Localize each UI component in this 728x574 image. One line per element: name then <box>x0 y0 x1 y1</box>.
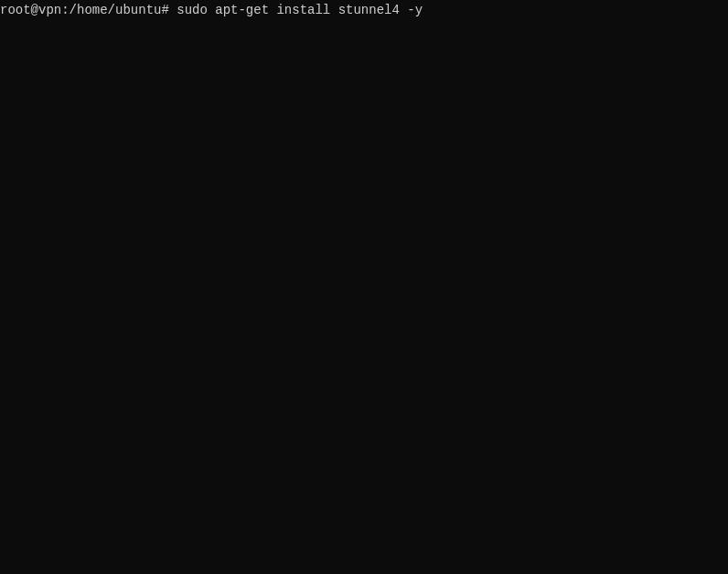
shell-prompt: root@vpn:/home/ubuntu# <box>0 2 177 18</box>
terminal-line: root@vpn:/home/ubuntu# sudo apt-get inst… <box>0 2 728 18</box>
command-input[interactable]: sudo apt-get install stunnel4 -y <box>177 2 423 18</box>
terminal-window[interactable]: root@vpn:/home/ubuntu# sudo apt-get inst… <box>0 0 728 574</box>
